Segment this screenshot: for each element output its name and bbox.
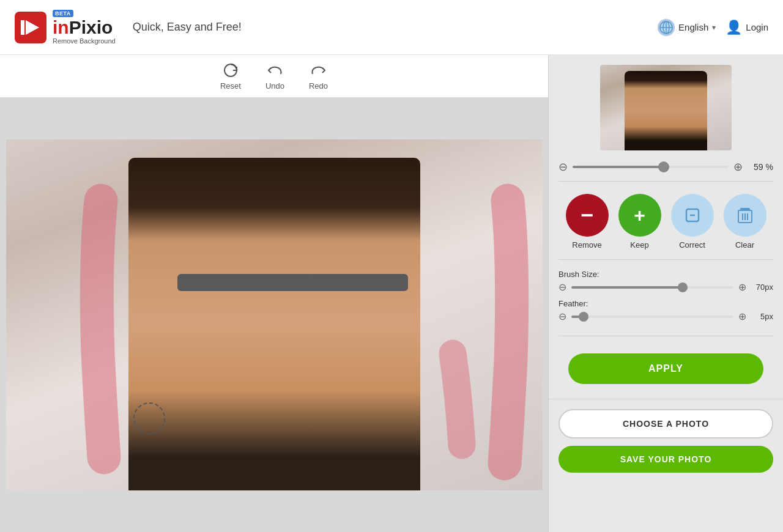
divider-3	[558, 336, 773, 336]
image-canvas[interactable]	[0, 98, 548, 532]
tagline: Quick, Easy and Free!	[133, 21, 242, 34]
brush-size-label: Brush Size:	[558, 270, 773, 279]
logo-icon	[15, 12, 46, 43]
zoom-slider[interactable]	[573, 166, 729, 168]
undo-button[interactable]: Undo	[265, 62, 284, 91]
tool-buttons: − Remove + Keep Correct	[549, 184, 783, 254]
preview-container	[549, 55, 783, 155]
save-photo-button[interactable]: SAVE YOUR PHOTO	[558, 446, 773, 473]
logo-subtitle: Remove Background	[53, 37, 116, 45]
zoom-in-icon[interactable]: ⊕	[733, 160, 743, 174]
apply-button[interactable]: APPLY	[568, 353, 763, 384]
logo-area: BETA inPixio Remove Background	[15, 10, 116, 45]
logo-text-area: BETA inPixio Remove Background	[53, 10, 116, 45]
login-button[interactable]: 👤 Login	[725, 20, 768, 35]
brush-size-value: 70px	[751, 283, 773, 292]
correct-tool-label: Correct	[679, 240, 705, 249]
reset-label: Reset	[220, 81, 241, 91]
clear-button[interactable]	[724, 194, 766, 237]
clear-tool-label: Clear	[735, 240, 754, 249]
feather-row: Feather: ⊖ ⊕ 5px	[558, 299, 773, 322]
right-panel: ⊖ ⊕ 59 % − Remove + Keep	[548, 55, 783, 532]
logo-name: inPixio	[53, 17, 116, 37]
remove-button[interactable]: −	[566, 194, 609, 237]
globe-icon	[658, 19, 675, 36]
undo-label: Undo	[265, 81, 284, 91]
correct-tool[interactable]: Correct	[671, 194, 714, 249]
language-selector[interactable]: English ▾	[658, 19, 716, 36]
zoom-value: 59 %	[748, 162, 773, 172]
bottom-buttons: CHOOSE A PHOTO SAVE YOUR PHOTO	[549, 399, 783, 482]
feather-value: 5px	[751, 312, 773, 321]
keep-tool-label: Keep	[630, 240, 648, 249]
apply-section: APPLY	[549, 339, 783, 394]
feather-slider[interactable]	[571, 316, 733, 318]
keep-tool[interactable]: + Keep	[618, 194, 661, 249]
clear-tool[interactable]: Clear	[724, 194, 766, 249]
canvas-image-container	[6, 139, 543, 490]
logo-beta: BETA	[53, 10, 73, 17]
remove-tool[interactable]: − Remove	[566, 194, 609, 249]
redo-button[interactable]: Redo	[309, 62, 328, 91]
feather-decrease-icon[interactable]: ⊖	[558, 311, 566, 322]
redo-label: Redo	[309, 81, 328, 91]
brush-controls: Brush Size: ⊖ ⊕ 70px Feather: ⊖ ⊕ 5px	[549, 265, 783, 333]
brush-size-row: Brush Size: ⊖ ⊕ 70px	[558, 270, 773, 293]
main-area: Reset Undo Redo	[0, 55, 783, 532]
user-icon: 👤	[725, 20, 742, 35]
feather-label: Feather:	[558, 299, 773, 308]
brush-size-decrease-icon[interactable]: ⊖	[558, 281, 566, 293]
feather-increase-icon[interactable]: ⊕	[738, 311, 746, 322]
choose-photo-button[interactable]: CHOOSE A PHOTO	[558, 409, 773, 438]
reset-button[interactable]: Reset	[220, 62, 241, 91]
brush-size-increase-icon[interactable]: ⊕	[738, 281, 746, 293]
divider-1	[558, 181, 773, 182]
toolbar: Reset Undo Redo	[0, 55, 548, 98]
header: BETA inPixio Remove Background Quick, Ea…	[0, 0, 783, 55]
correct-button[interactable]	[671, 194, 714, 237]
login-label: Login	[746, 22, 768, 32]
preview-image	[600, 65, 732, 150]
brush-size-slider[interactable]	[571, 286, 733, 289]
remove-tool-label: Remove	[572, 240, 601, 249]
zoom-out-icon[interactable]: ⊖	[558, 160, 568, 174]
keep-button[interactable]: +	[618, 194, 661, 237]
chevron-down-icon: ▾	[712, 23, 716, 32]
canvas-area: Reset Undo Redo	[0, 55, 548, 532]
svg-rect-2	[21, 20, 24, 35]
divider-2	[558, 259, 773, 260]
zoom-row: ⊖ ⊕ 59 %	[549, 155, 783, 179]
header-right: English ▾ 👤 Login	[658, 19, 768, 36]
language-label: English	[678, 22, 708, 32]
